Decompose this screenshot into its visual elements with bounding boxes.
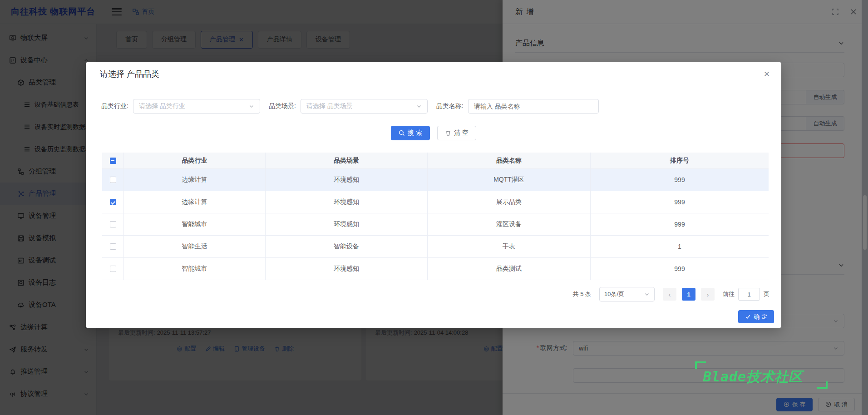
- app: 向往科技 物联网平台 首页 物联大屏 设备中心: [0, 0, 868, 415]
- chevron-down-icon: [416, 104, 422, 109]
- table-row[interactable]: 智能城市 环境感知 灌区设备 999: [102, 213, 769, 236]
- dialog-header: 请选择 产品品类: [86, 62, 781, 86]
- total-count: 共 5 条: [573, 290, 591, 298]
- clear-button[interactable]: 清 空: [437, 126, 476, 140]
- table-row[interactable]: 智能城市 环境感知 品类测试 999: [102, 258, 769, 280]
- confirm-button[interactable]: 确 定: [738, 310, 774, 323]
- table-cell: 品类测试: [428, 258, 591, 280]
- column-header: 品类行业: [124, 153, 266, 169]
- row-checkbox[interactable]: [110, 199, 116, 205]
- table-cell: 999: [591, 213, 769, 236]
- table-cell: 展示品类: [428, 191, 591, 213]
- page-number-button[interactable]: 1: [682, 288, 695, 301]
- table-cell: 边缘计算: [124, 191, 266, 213]
- table-cell: 智能设备: [266, 236, 428, 258]
- search-button[interactable]: 搜 索: [391, 126, 430, 140]
- select-category-dialog: 请选择 产品品类 ✕ 品类行业: 请选择 品类行业 品类场景: 请选择 品类场景…: [86, 62, 781, 328]
- table-cell: 1: [591, 236, 769, 258]
- row-checkbox[interactable]: [110, 266, 116, 272]
- chevron-down-icon: [644, 291, 650, 297]
- table-cell: 999: [591, 258, 769, 280]
- dialog-close-icon[interactable]: ✕: [762, 69, 771, 79]
- table-cell: 环境感知: [266, 169, 428, 191]
- filter-bar: 品类行业: 请选择 品类行业 品类场景: 请选择 品类场景 品类名称:: [101, 99, 781, 114]
- table-cell: 999: [591, 169, 769, 191]
- industry-select[interactable]: 请选择 品类行业: [133, 99, 260, 114]
- name-filter-label: 品类名称:: [436, 102, 464, 110]
- row-checkbox[interactable]: [110, 177, 116, 183]
- scene-select[interactable]: 请选择 品类场景: [301, 99, 428, 114]
- table-cell: 边缘计算: [124, 169, 266, 191]
- table-cell: 灌区设备: [428, 213, 591, 236]
- table-cell: 智能生活: [124, 236, 266, 258]
- table-cell: 环境感知: [266, 191, 428, 213]
- row-checkbox[interactable]: [110, 243, 116, 250]
- table-cell: 999: [591, 191, 769, 213]
- pagination: 共 5 条 10条/页 ‹ 1 › 前往 页: [86, 287, 769, 301]
- row-checkbox[interactable]: [110, 221, 116, 227]
- table-row[interactable]: 边缘计算 环境感知 展示品类 999: [102, 191, 769, 213]
- chevron-down-icon: [249, 104, 254, 109]
- select-all-checkbox[interactable]: [110, 158, 116, 164]
- table-cell: 环境感知: [266, 258, 428, 280]
- column-header: 排序号: [591, 153, 769, 169]
- industry-filter-label: 品类行业:: [101, 102, 128, 110]
- next-page-button[interactable]: ›: [701, 288, 715, 301]
- table-cell: 环境感知: [266, 213, 428, 236]
- table-cell: MQTT灌区: [428, 169, 591, 191]
- dialog-title: 请选择 产品品类: [100, 69, 159, 79]
- category-table: 品类行业 品类场景 品类名称 排序号 边缘计算 环境感知 MQTT灌区 999 …: [102, 153, 769, 280]
- page-size-select[interactable]: 10条/页: [599, 287, 655, 301]
- filter-actions: 搜 索 清 空: [86, 126, 781, 140]
- column-header: 品类场景: [266, 153, 428, 169]
- goto-page-input[interactable]: [738, 288, 760, 301]
- table-cell: 智能城市: [124, 213, 266, 236]
- table-header-row: 品类行业 品类场景 品类名称 排序号: [102, 153, 769, 169]
- column-header: 品类名称: [428, 153, 591, 169]
- table-cell: 智能城市: [124, 258, 266, 280]
- scene-filter-label: 品类场景:: [269, 102, 296, 110]
- table-cell: 手表: [428, 236, 591, 258]
- dialog-footer: 确 定: [738, 310, 774, 323]
- table-row[interactable]: 智能生活 智能设备 手表 1: [102, 236, 769, 258]
- goto-label: 前往: [723, 290, 735, 298]
- page-unit-label: 页: [764, 290, 769, 298]
- table-row[interactable]: 边缘计算 环境感知 MQTT灌区 999: [102, 169, 769, 191]
- name-filter-input[interactable]: [468, 99, 599, 114]
- prev-page-button[interactable]: ‹: [663, 288, 676, 301]
